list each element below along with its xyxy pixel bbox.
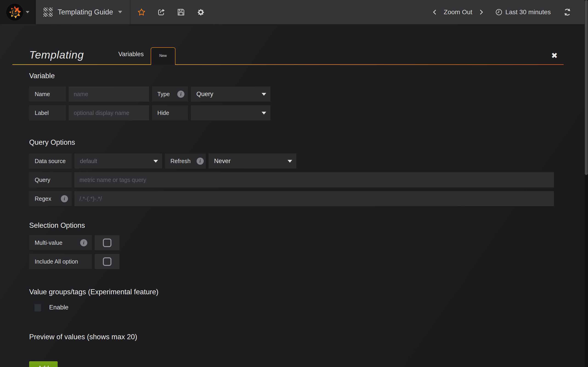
- refresh-button[interactable]: [563, 8, 571, 16]
- gear-icon: [197, 8, 205, 16]
- datasource-select-value: default: [80, 158, 97, 165]
- multi-value-label: Multi-value i: [29, 235, 92, 250]
- share-button[interactable]: [157, 8, 165, 16]
- type-label-text: Type: [157, 91, 170, 98]
- scrollbar-track[interactable]: [585, 0, 588, 367]
- checkbox-unchecked-icon: [103, 239, 111, 247]
- templating-header: Templating Variables New ✖: [12, 46, 564, 65]
- name-label: Name: [29, 86, 66, 102]
- query-options-row-1: Data source default Refresh i Never: [29, 153, 554, 169]
- datasource-label: Data source: [29, 153, 72, 169]
- scrollbar-thumb[interactable]: [585, 0, 588, 175]
- query-row: Query: [29, 172, 554, 187]
- chevron-down-icon: [26, 11, 29, 13]
- chevron-left-icon: [432, 9, 438, 16]
- info-icon[interactable]: i: [197, 158, 204, 165]
- refresh-label: Refresh i: [165, 153, 206, 169]
- datasource-select[interactable]: default: [74, 153, 162, 169]
- include-all-checkbox[interactable]: [95, 254, 120, 269]
- dashboard-title-button[interactable]: Templating Guide: [36, 0, 130, 24]
- settings-button[interactable]: [197, 8, 205, 16]
- zoom-out-button[interactable]: Zoom Out: [444, 8, 472, 16]
- time-shift-back-button[interactable]: [432, 9, 438, 16]
- tab-variables[interactable]: Variables: [111, 51, 151, 64]
- type-select-value: Query: [196, 91, 213, 98]
- multi-value-checkbox[interactable]: [95, 235, 120, 250]
- time-range-button[interactable]: Last 30 minutes: [495, 8, 551, 16]
- regex-input[interactable]: [74, 191, 554, 206]
- tab-bar: Variables New: [111, 47, 175, 64]
- include-all-row: Include All option: [29, 254, 554, 269]
- chevron-down-icon: [153, 160, 158, 163]
- grafana-logo-icon: [6, 3, 23, 21]
- info-icon[interactable]: i: [177, 91, 184, 98]
- time-shift-forward-button[interactable]: [478, 9, 484, 16]
- regex-row: Regex i: [29, 191, 554, 206]
- enable-label: Enable: [49, 304, 69, 311]
- multi-value-label-text: Multi-value: [35, 240, 62, 246]
- variable-row-1: Name Type i Query: [29, 86, 554, 102]
- type-label: Type i: [152, 86, 188, 102]
- regex-label: Regex i: [29, 191, 72, 206]
- save-icon: [177, 8, 185, 16]
- tab-new-label: New: [159, 54, 167, 58]
- refresh-select[interactable]: Never: [208, 153, 296, 169]
- dashboard-title: Templating Guide: [58, 8, 113, 16]
- checkbox-unchecked-icon: [103, 257, 111, 266]
- refresh-icon: [563, 8, 571, 16]
- label-label: Label: [29, 105, 66, 120]
- chevron-down-icon: [288, 160, 292, 163]
- close-icon: ✖: [551, 51, 558, 60]
- star-button[interactable]: [137, 8, 146, 16]
- regex-label-text: Regex: [35, 195, 51, 202]
- preview-heading: Preview of values (shows max 20): [29, 333, 554, 341]
- name-input[interactable]: [69, 86, 149, 102]
- chevron-down-icon: [118, 11, 122, 13]
- enable-checkbox[interactable]: [34, 303, 41, 311]
- hide-select[interactable]: [191, 105, 270, 120]
- selection-options-heading: Selection Options: [29, 221, 554, 230]
- save-button[interactable]: [177, 8, 185, 16]
- variable-row-2: Label Hide: [29, 105, 554, 120]
- grafana-menu-button[interactable]: [0, 0, 36, 24]
- chevron-right-icon: [478, 9, 484, 16]
- value-groups-heading: Value groups/tags (Experimental feature): [29, 288, 554, 296]
- refresh-label-text: Refresh: [170, 158, 191, 165]
- enable-row: Enable: [34, 303, 554, 311]
- dashboard-grid-icon: [43, 8, 52, 17]
- time-range-label: Last 30 minutes: [505, 8, 551, 16]
- chevron-down-icon: [262, 93, 266, 96]
- star-icon: [137, 8, 146, 16]
- query-input[interactable]: [74, 172, 554, 187]
- zoom-out-label: Zoom Out: [444, 8, 472, 16]
- refresh-select-value: Never: [214, 158, 231, 165]
- info-icon[interactable]: i: [61, 195, 68, 202]
- type-select[interactable]: Query: [191, 86, 270, 102]
- query-label: Query: [29, 172, 72, 187]
- add-button[interactable]: Add: [29, 361, 58, 367]
- page-title: Templating: [29, 48, 84, 61]
- navbar: Templating Guide: [0, 0, 588, 24]
- hide-label: Hide: [152, 105, 188, 120]
- clock-icon: [495, 8, 502, 16]
- chevron-down-icon: [262, 112, 266, 115]
- info-icon[interactable]: i: [80, 239, 87, 246]
- tab-new[interactable]: New: [151, 47, 175, 65]
- templating-editor: Variable Name Type i Query Label Hide Qu…: [29, 65, 554, 367]
- share-icon: [157, 8, 165, 16]
- multi-value-row: Multi-value i: [29, 235, 554, 250]
- label-input[interactable]: [69, 105, 149, 120]
- query-options-heading: Query Options: [29, 138, 554, 147]
- variable-section-heading: Variable: [29, 72, 554, 80]
- close-button[interactable]: ✖: [551, 51, 558, 60]
- include-all-label: Include All option: [29, 254, 92, 269]
